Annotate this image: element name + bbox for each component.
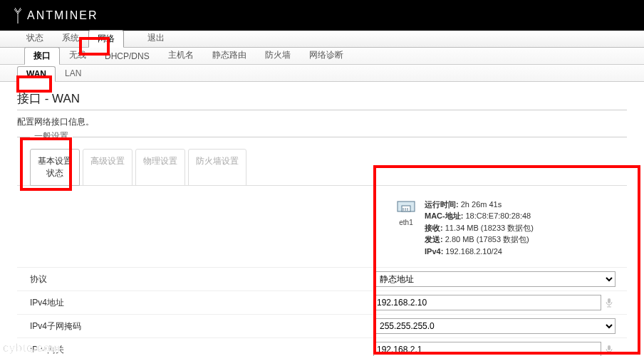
antenna-icon [13, 8, 23, 23]
page-title: 接口 - WAN [17, 90, 627, 110]
fieldset: 一般设置 基本设置状态高级设置物理设置防火墙设置 eth1 运行时间: 2h 2… [17, 137, 627, 356]
nav-tab[interactable]: 退出 [138, 29, 174, 47]
nav-tab[interactable]: LAN [56, 66, 90, 81]
row-ipv4-mask: IPv4子网掩码 255.255.255.0 [17, 314, 627, 337]
nav-tab[interactable]: DHCP/DNS [95, 48, 159, 64]
iface-name: eth1 [395, 217, 417, 228]
mic-icon [604, 298, 614, 308]
nav-tab[interactable]: 网络 [88, 30, 124, 48]
fieldset-legend: 一般设置 [30, 130, 73, 142]
nav-tab[interactable]: 状态 [17, 29, 53, 47]
nav-tab[interactable]: 系统 [53, 29, 88, 47]
form-tabs: 基本设置状态高级设置物理设置防火墙设置 [30, 149, 627, 186]
nav-tab[interactable]: 接口 [24, 47, 60, 65]
page: 接口 - WAN 配置网络接口信息。 一般设置 基本设置状态高级设置物理设置防火… [0, 82, 644, 356]
nav-tab[interactable]: 无线 [60, 46, 95, 64]
brand-logo: ANTMINER [13, 8, 98, 23]
form-tab[interactable]: 基本设置状态 [30, 149, 80, 186]
interface-stats: 运行时间: 2h 26m 41s MAC-地址: 18:C8:E7:80:28:… [425, 199, 534, 258]
svg-rect-5 [608, 298, 611, 303]
page-desc: 配置网络接口信息。 [17, 116, 627, 128]
row-ipv4-gw: IPv4网关 [17, 337, 627, 356]
ipv4-mask-select[interactable]: 255.255.255.0 [373, 318, 616, 334]
row-protocol: 协议 静态地址 [17, 267, 627, 290]
ipv4-gw-label: IPv4网关 [17, 344, 373, 356]
ipv4-mask-label: IPv4子网掩码 [17, 320, 373, 333]
protocol-label: 协议 [17, 273, 373, 286]
ethernet-icon: eth1 [395, 199, 417, 258]
nav-tab[interactable]: 主机名 [159, 46, 203, 64]
app-header: ANTMINER [0, 0, 644, 31]
top-nav: 状态系统网络退出 [0, 31, 644, 48]
ipv4-addr-label: IPv4地址 [17, 297, 373, 309]
nav-tab[interactable]: 防火墙 [256, 46, 300, 64]
subsub-nav: WANLAN [0, 65, 644, 82]
ipv4-gw-input[interactable] [373, 342, 601, 356]
mic-icon [604, 345, 614, 355]
ipv4-addr-input[interactable] [373, 295, 601, 310]
form-tab[interactable]: 高级设置 [83, 149, 133, 186]
protocol-select[interactable]: 静态地址 [373, 271, 616, 287]
svg-rect-6 [608, 345, 611, 350]
nav-tab[interactable]: WAN [17, 66, 56, 82]
brand-name: ANTMINER [27, 9, 98, 22]
form-body: eth1 运行时间: 2h 26m 41s MAC-地址: 18:C8:E7:8… [17, 185, 627, 356]
watermark: cybtc.com [3, 342, 61, 355]
interface-info: eth1 运行时间: 2h 26m 41s MAC-地址: 18:C8:E7:8… [395, 194, 627, 268]
nav-tab[interactable]: 网络诊断 [300, 46, 353, 64]
nav-tab[interactable]: 静态路由 [203, 46, 256, 64]
row-ipv4-addr: IPv4地址 [17, 290, 627, 314]
form-tab[interactable]: 物理设置 [135, 149, 185, 186]
sub-nav: 接口无线DHCP/DNS主机名静态路由防火墙网络诊断 [0, 48, 644, 65]
form-tab[interactable]: 防火墙设置 [188, 149, 246, 186]
